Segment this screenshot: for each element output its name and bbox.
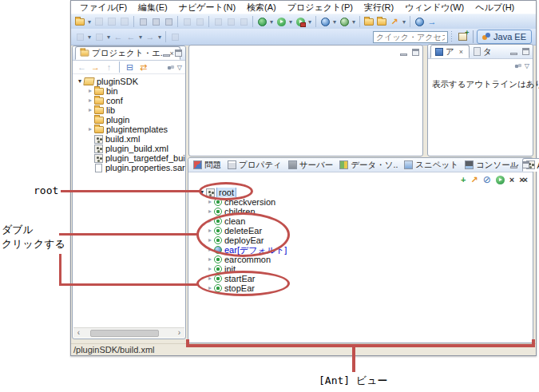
suspend-button[interactable] bbox=[224, 15, 237, 29]
last-edit-button[interactable] bbox=[168, 30, 181, 44]
forward-icon[interactable]: → bbox=[89, 62, 101, 72]
terminate-button[interactable] bbox=[237, 15, 250, 29]
minimize-icon[interactable] bbox=[510, 166, 517, 168]
chevron-right-icon[interactable]: ▸ bbox=[206, 255, 214, 264]
internal-browser-button[interactable] bbox=[413, 15, 426, 29]
external-tools-button[interactable] bbox=[294, 15, 307, 29]
chevron-down-icon[interactable]: ▾ bbox=[351, 18, 357, 26]
tree-item-build-xml[interactable]: build.xml bbox=[73, 134, 185, 144]
chevron-right-icon[interactable]: ▸ bbox=[86, 105, 94, 115]
run-target-icon[interactable] bbox=[496, 176, 505, 184]
search-button[interactable]: ↗ bbox=[388, 15, 401, 29]
chevron-down-icon[interactable]: ▾ bbox=[86, 18, 93, 26]
redo-button[interactable] bbox=[193, 15, 206, 29]
tree-item-bin[interactable]: ▸ bin bbox=[73, 86, 185, 96]
open-perspective-button[interactable] bbox=[455, 30, 470, 43]
tree-item-plugin-targetdef[interactable]: plugin_targetdef_bui bbox=[73, 153, 185, 163]
menu-run[interactable]: 実行(R) bbox=[359, 1, 399, 14]
menu-project[interactable]: プロジェクト(P) bbox=[282, 1, 359, 14]
pin-editor-button[interactable] bbox=[137, 15, 149, 29]
minimize-icon[interactable] bbox=[400, 53, 407, 56]
chevron-down-icon[interactable]: ▾ bbox=[86, 34, 93, 41]
chevron-right-icon[interactable]: ▸ bbox=[206, 207, 214, 216]
maximize-icon[interactable] bbox=[522, 48, 529, 55]
up-icon[interactable]: ↑ bbox=[103, 62, 115, 72]
menu-window[interactable]: ウィンドウ(W) bbox=[399, 1, 470, 14]
tree-item-plugin[interactable]: plugin bbox=[73, 115, 185, 125]
tab-outline[interactable]: ア × bbox=[430, 45, 470, 58]
scrollbar-thumb[interactable] bbox=[90, 330, 159, 337]
tree-item-plugin-properties[interactable]: plugin.properties.sar bbox=[73, 163, 185, 172]
collapse-all-icon[interactable]: ⊟ bbox=[124, 62, 136, 73]
horizontal-scrollbar[interactable]: ‹ › bbox=[73, 327, 184, 338]
tree-item-pluginSDK[interactable]: ▾ pluginSDK bbox=[73, 77, 185, 86]
save-button[interactable] bbox=[93, 15, 105, 29]
menu-edit[interactable]: 編集(E) bbox=[133, 1, 173, 14]
open-folder-button[interactable] bbox=[363, 15, 375, 29]
scroll-right-icon[interactable]: › bbox=[174, 328, 184, 338]
remove-buildfile-icon[interactable]: × bbox=[509, 175, 514, 184]
web-service-button[interactable] bbox=[338, 15, 351, 29]
close-icon[interactable]: × bbox=[458, 47, 465, 57]
menu-file[interactable]: ファイル(F) bbox=[74, 1, 133, 14]
next-annotation-button[interactable] bbox=[73, 30, 86, 44]
java-ee-perspective-button[interactable]: Java EE bbox=[477, 30, 532, 44]
back-icon[interactable]: ← bbox=[76, 62, 88, 72]
chevron-down-icon[interactable]: ▾ bbox=[331, 18, 338, 26]
chevron-down-icon[interactable]: ▾ bbox=[268, 18, 275, 26]
tab-data-source[interactable]: データ・ソ.. bbox=[336, 158, 401, 172]
resume-button[interactable] bbox=[212, 15, 224, 29]
search-buildfiles-icon[interactable]: ↗ bbox=[470, 175, 478, 184]
chevron-right-icon[interactable]: ▸ bbox=[86, 125, 94, 134]
menu-help[interactable]: ヘルプ(H) bbox=[470, 1, 520, 14]
chevron-right-icon[interactable]: ▸ bbox=[86, 96, 94, 105]
back-button[interactable]: ← bbox=[112, 30, 125, 44]
back-history-button[interactable]: ← bbox=[125, 30, 137, 44]
chevron-down-icon[interactable]: ▾ bbox=[307, 18, 313, 26]
chevron-down-icon[interactable]: ▾ bbox=[157, 34, 163, 41]
chevron-down-icon[interactable]: ▾ bbox=[287, 18, 294, 26]
tab-snippets[interactable]: スニペット bbox=[401, 158, 462, 172]
build-working-set-button[interactable] bbox=[162, 15, 175, 29]
link-editor-icon[interactable]: ⇄ bbox=[137, 62, 149, 73]
add-buildfiles-icon[interactable]: + bbox=[461, 175, 466, 184]
maximize-icon[interactable] bbox=[522, 161, 529, 168]
scrollbar-track[interactable] bbox=[84, 329, 174, 338]
maximize-icon[interactable] bbox=[175, 49, 182, 57]
hide-internal-targets-icon[interactable]: ⊘ bbox=[483, 175, 491, 184]
tab-problems[interactable]: 問題 bbox=[190, 158, 224, 172]
forward-button[interactable]: → bbox=[144, 30, 157, 44]
view-menu-button[interactable]: ▽ bbox=[514, 62, 529, 69]
chevron-down-icon[interactable]: ▾ bbox=[137, 34, 144, 41]
tree-item-conf[interactable]: ▸ conf bbox=[73, 96, 185, 105]
scroll-left-icon[interactable]: ‹ bbox=[73, 328, 84, 338]
tab-properties[interactable]: プロパティ bbox=[224, 158, 285, 172]
maximize-icon[interactable] bbox=[412, 49, 419, 56]
save-all-button[interactable] bbox=[105, 15, 118, 29]
tree-item-lib[interactable]: ▸ lib bbox=[73, 105, 185, 115]
new-wizard-button[interactable] bbox=[73, 15, 86, 29]
view-menu-button[interactable]: ▽ bbox=[167, 64, 182, 71]
print-button[interactable] bbox=[118, 15, 131, 29]
chevron-right-icon[interactable]: ▸ bbox=[86, 86, 94, 96]
tree-item-plugintemplates[interactable]: ▸ plugintemplates bbox=[73, 125, 185, 134]
editor-area[interactable] bbox=[188, 45, 423, 156]
menu-search[interactable]: 検索(A) bbox=[241, 1, 282, 14]
chevron-right-icon[interactable]: ▸ bbox=[206, 264, 214, 274]
tab-tasks[interactable]: タ bbox=[470, 45, 496, 58]
build-button[interactable] bbox=[149, 15, 162, 29]
web-browser-button[interactable] bbox=[319, 15, 331, 29]
minimize-icon[interactable] bbox=[163, 54, 170, 57]
quick-access-input[interactable] bbox=[373, 31, 448, 43]
import-folder-button[interactable] bbox=[375, 15, 388, 29]
previous-annotation-button[interactable] bbox=[93, 30, 105, 44]
chevron-down-icon[interactable]: ▾ bbox=[401, 18, 407, 26]
undo-button[interactable] bbox=[180, 15, 193, 29]
synchronize-button[interactable]: → bbox=[426, 15, 438, 29]
minimize-icon[interactable] bbox=[510, 53, 517, 55]
tree-item-plugin-build-xml[interactable]: plugin_build.xml bbox=[73, 144, 185, 153]
menu-navigate[interactable]: ナビゲート(N) bbox=[173, 1, 241, 14]
debug-button[interactable] bbox=[256, 15, 268, 29]
tab-servers[interactable]: サーバー bbox=[285, 158, 337, 172]
remove-all-buildfiles-icon[interactable]: ×× bbox=[519, 175, 526, 184]
